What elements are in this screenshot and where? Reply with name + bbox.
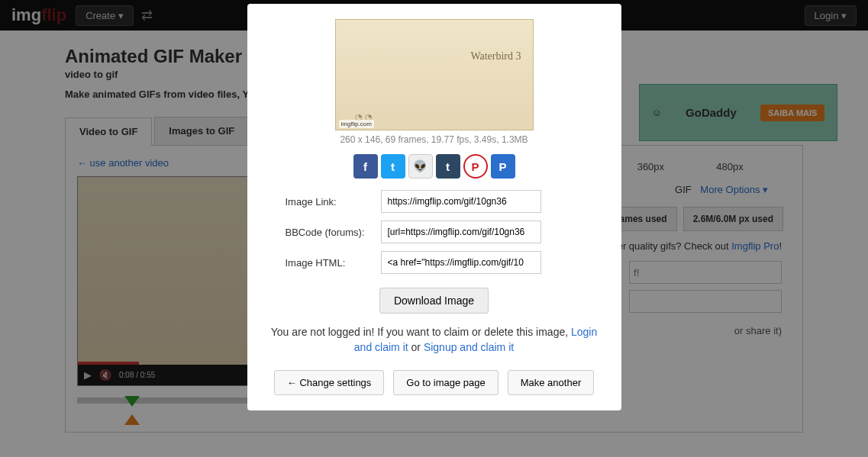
sketch-figures: ◔ ◔ <box>355 112 373 122</box>
modal-buttons: ← Change settings Go to image page Make … <box>263 370 606 395</box>
make-another-button[interactable]: Make another <box>508 370 595 395</box>
twitter-icon[interactable]: t <box>381 154 405 179</box>
bbcode-row: BBCode (forums): <box>263 220 606 243</box>
link-row: Image Link: <box>263 190 606 213</box>
tumblr-icon[interactable]: t <box>436 154 460 179</box>
bbcode-label: BBCode (forums): <box>263 227 369 238</box>
sketch-title: Waterbird 3 <box>470 50 521 63</box>
bbcode-input[interactable] <box>381 220 541 243</box>
html-label: Image HTML: <box>263 257 369 269</box>
gif-preview: Waterbird 3 ◔ ◔ <box>335 19 534 130</box>
login-note: You are not logged in! If you want to cl… <box>263 325 606 355</box>
download-button[interactable]: Download Image <box>379 288 489 314</box>
html-input[interactable] <box>381 251 541 274</box>
reddit-icon[interactable]: 👽 <box>408 154 433 179</box>
social-row: f t 👽 t P P <box>263 154 606 179</box>
html-row: Image HTML: <box>263 251 606 274</box>
plurk-icon[interactable]: P <box>491 154 515 179</box>
signup-claim-link[interactable]: Signup and claim it <box>424 341 514 353</box>
modal-overlay: Waterbird 3 ◔ ◔ 260 x 146, 69 frames, 19… <box>0 0 868 457</box>
result-modal: Waterbird 3 ◔ ◔ 260 x 146, 69 frames, 19… <box>247 4 621 410</box>
pinterest-icon[interactable]: P <box>463 154 488 179</box>
link-label: Image Link: <box>263 196 369 208</box>
facebook-icon[interactable]: f <box>353 154 378 179</box>
gif-meta: 260 x 146, 69 frames, 19.77 fps, 3.49s, … <box>263 134 606 145</box>
goto-page-button[interactable]: Go to image page <box>393 370 498 395</box>
link-input[interactable] <box>381 190 541 213</box>
change-settings-button[interactable]: ← Change settings <box>274 370 385 395</box>
